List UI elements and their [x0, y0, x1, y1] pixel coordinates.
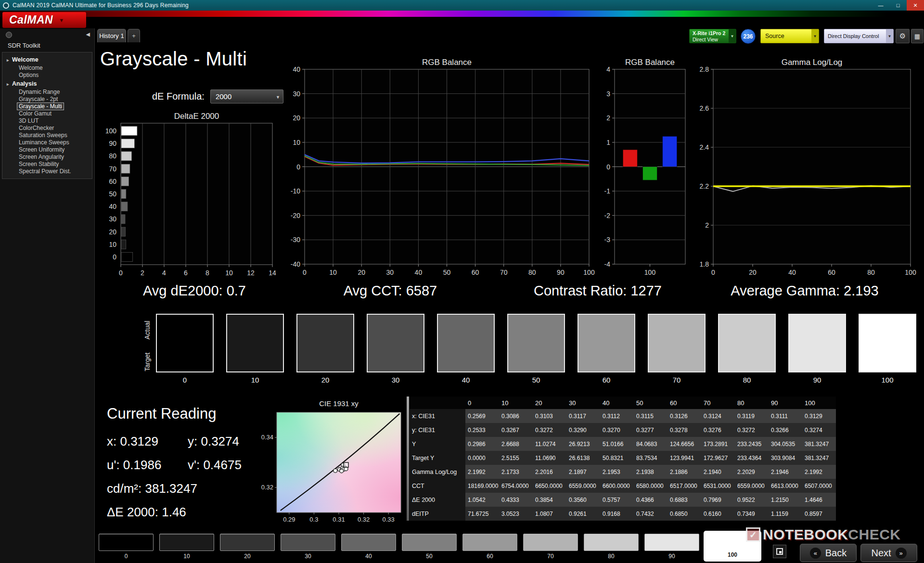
svg-text:-4: -4: [604, 260, 611, 268]
tile-label: 70: [547, 553, 553, 560]
cell: 0.3119: [735, 409, 769, 423]
svg-text:50: 50: [443, 269, 451, 276]
cell: 2.1953: [600, 465, 634, 479]
meter-count-badge[interactable]: 236: [741, 29, 756, 44]
grayscale-swatch-row: 0102030405060708090100: [156, 314, 916, 384]
svg-text:Gamma Log/Log: Gamma Log/Log: [782, 58, 843, 67]
cell: 6650.0000: [533, 479, 566, 493]
sidebar-item-screen-angularity[interactable]: Screen Angularity: [2, 154, 92, 161]
swatch-fill: [859, 314, 916, 372]
chevron-down-icon[interactable]: ▼: [729, 29, 736, 43]
sidebar-item-luminance-sweeps[interactable]: Luminance Sweeps: [2, 139, 92, 146]
tree-item-label: Welcome: [19, 64, 43, 71]
cie-1931-xy-chart: CIE 1931 xy0.290.30.310.320.330.340.32: [267, 400, 411, 528]
sidebar-item-color-gamut[interactable]: Color Gamut: [2, 110, 92, 117]
row-label: y: CIE31: [410, 423, 465, 437]
current-reading-panel: Current Reading x: 0.3129 y: 0.3274 u': …: [107, 405, 242, 528]
sidebar: ◀ SDR Toolkit ▸WelcomeWelcomeOptions▸Ana…: [0, 28, 95, 563]
layout-button[interactable]: ▦: [911, 29, 924, 43]
tab-history-1[interactable]: History 1: [97, 29, 126, 42]
cell: 6613.0000: [769, 479, 802, 493]
sidebar-item-colorchecker[interactable]: ColorChecker: [2, 125, 92, 132]
next-button[interactable]: Next »: [860, 544, 917, 562]
svg-text:0.32: 0.32: [261, 484, 273, 491]
close-button[interactable]: ✕: [907, 0, 924, 11]
swatch-fill: [578, 314, 635, 372]
tree-section-welcome[interactable]: ▸Welcome: [2, 55, 92, 64]
sidebar-item-saturation-sweeps[interactable]: Saturation Sweeps: [2, 132, 92, 139]
display-control-selector[interactable]: Direct Display Control ▼: [824, 29, 894, 43]
source-selector[interactable]: Source ▼: [760, 29, 819, 43]
cell: 0.7349: [735, 507, 769, 521]
collapse-sidebar-icon[interactable]: ◀: [86, 31, 90, 38]
pattern-tile-50[interactable]: 50: [400, 532, 458, 560]
pattern-tile-90[interactable]: 90: [643, 532, 701, 560]
svg-text:40: 40: [415, 269, 423, 276]
add-tab-button[interactable]: +: [128, 29, 140, 42]
chevron-down-icon[interactable]: ▼: [886, 29, 893, 43]
chevron-down-icon[interactable]: ▼: [811, 29, 819, 43]
tree-item-label: Saturation Sweeps: [19, 132, 67, 139]
cell: 0.2986: [465, 437, 499, 451]
svg-text:-3: -3: [604, 236, 611, 243]
sidebar-item-options[interactable]: Options: [2, 72, 92, 79]
cell: 0.3560: [566, 493, 600, 507]
pattern-tile-40[interactable]: 40: [340, 532, 398, 560]
reading-u-prime: u': 0.1986: [107, 458, 188, 473]
tile-swatch-fill: [281, 534, 335, 551]
watermark-text-1: NOTEBOOK: [763, 526, 848, 543]
sidebar-item-grayscale-multi[interactable]: Grayscale - Multi: [2, 103, 92, 110]
svg-text:-1: -1: [604, 187, 611, 195]
grayscale-swatch-90: 90: [788, 314, 846, 384]
svg-text:10: 10: [329, 269, 337, 276]
grayscale-swatch-10: 10: [226, 314, 284, 384]
row-label: dEITP: [410, 507, 465, 521]
back-button[interactable]: « Back: [800, 544, 857, 562]
table-row-cct: CCT18169.00006754.00006650.00006559.0000…: [410, 479, 836, 493]
tree-section-analysis[interactable]: ▸Analysis: [2, 79, 92, 89]
tree-item-label: Grayscale - 2pt: [19, 96, 58, 102]
cell: 381.3247: [802, 451, 836, 465]
svg-text:90: 90: [557, 269, 565, 276]
pattern-tile-30[interactable]: 30: [279, 532, 337, 560]
pattern-tile-80[interactable]: 80: [582, 532, 640, 560]
svg-text:1.8: 1.8: [700, 260, 709, 268]
pattern-tile-60[interactable]: 60: [461, 532, 519, 560]
sidebar-item-screen-stability[interactable]: Screen Stability: [2, 161, 92, 168]
table-corner: [410, 397, 465, 409]
grayscale-swatch-20: 20: [296, 314, 354, 384]
pattern-window-button[interactable]: [773, 545, 786, 558]
pattern-tile-10[interactable]: 10: [158, 532, 216, 560]
workflow-icon[interactable]: [6, 32, 12, 38]
sidebar-item-dynamic-range[interactable]: Dynamic Range: [2, 89, 92, 96]
de-formula-label: dE Formula:: [152, 91, 205, 102]
tile-label: 90: [668, 553, 675, 560]
tile-label: 0: [125, 553, 128, 560]
pattern-tile-100[interactable]: 100: [704, 531, 761, 562]
sidebar-item-grayscale-2pt[interactable]: Grayscale - 2pt: [2, 96, 92, 103]
svg-text:100: 100: [644, 269, 656, 276]
svg-text:CIE 1931 xy: CIE 1931 xy: [319, 399, 359, 408]
sidebar-item-screen-uniformity[interactable]: Screen Uniformity: [2, 146, 92, 154]
svg-text:30: 30: [386, 269, 394, 276]
svg-text:0.32: 0.32: [358, 516, 370, 523]
calman-logo-icon: [3, 2, 9, 9]
cell: 2.6688: [499, 437, 533, 451]
meter-selector[interactable]: X-Rite i1Pro 2 Direct View ▼: [689, 29, 736, 43]
pattern-tile-0[interactable]: 0: [97, 532, 155, 560]
de-formula-select[interactable]: 2000 ▼: [210, 90, 283, 103]
tree-item-label: 3D LUT: [19, 117, 38, 124]
settings-button[interactable]: ⚙: [896, 29, 910, 43]
pattern-tile-70[interactable]: 70: [522, 532, 579, 560]
pattern-tile-20[interactable]: 20: [218, 532, 276, 560]
swatch-fill: [437, 314, 495, 372]
minimize-button[interactable]: —: [872, 0, 889, 11]
cell: 0.6160: [701, 507, 735, 521]
sidebar-item-3d-lut[interactable]: 3D LUT: [2, 117, 92, 125]
svg-text:2.6: 2.6: [700, 104, 709, 112]
maximize-button[interactable]: □: [889, 0, 907, 11]
sidebar-item-welcome[interactable]: Welcome: [2, 64, 92, 72]
svg-text:0: 0: [711, 269, 715, 276]
sidebar-item-spectral-power-dist[interactable]: Spectral Power Dist.: [2, 168, 92, 175]
display-control-label: Direct Display Control: [824, 29, 886, 43]
